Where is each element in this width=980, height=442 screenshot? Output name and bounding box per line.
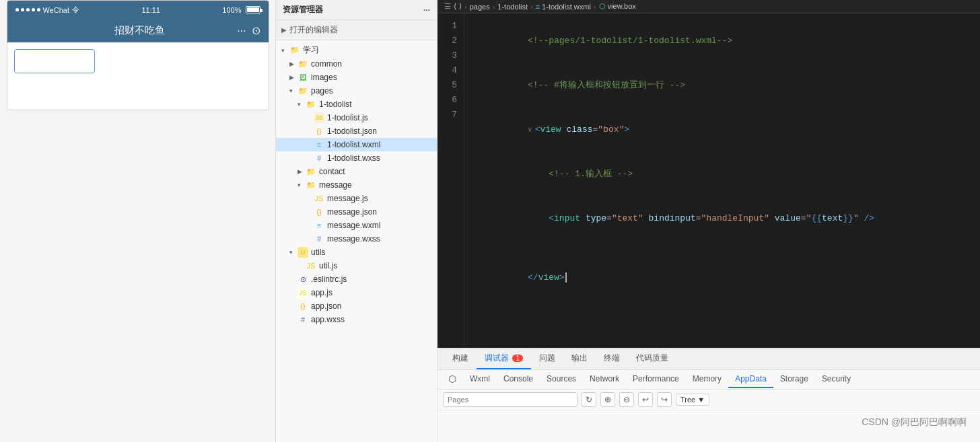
breadcrumb-viewbox[interactable]: ⬡ view.box <box>599 2 636 11</box>
time-label: 11:11 <box>141 6 160 14</box>
t5-v2: "handleInput" <box>701 213 769 223</box>
code-line-7: </view> <box>475 256 980 300</box>
common-arrow: ▶ <box>289 61 298 67</box>
util-js-label: util.js <box>319 261 337 270</box>
expand-btn[interactable]: ⊕ <box>600 392 615 407</box>
code-editor: 1 2 3 4 5 6 7 <!--pages/1-todolist/1-tod… <box>438 13 980 348</box>
tree-item-todolist-json[interactable]: {} 1-todolist.json <box>276 124 437 138</box>
tree-item-util-js[interactable]: JS util.js <box>276 259 437 272</box>
tree-item-contact[interactable]: ▶ 📁 contact <box>276 165 437 178</box>
devtools-panel: 构建 调试器 1 问题 输出 终端 代码质量 ⬡ Wxml Console So… <box>438 348 980 442</box>
tree-item-message-wxml[interactable]: ≡ message.wxml <box>276 219 437 232</box>
subtab-security[interactable]: Security <box>815 371 858 388</box>
eslint-label: .eslintrc.js <box>311 274 347 284</box>
subtab-appdata[interactable]: AppData <box>728 371 773 388</box>
tab-terminal[interactable]: 终端 <box>596 348 628 369</box>
t5-e1: = <box>606 213 612 223</box>
message-wxml-label: message.wxml <box>327 221 380 230</box>
tree-item-app-wxss[interactable]: # app.wxss <box>276 313 437 326</box>
phone-nav-icons[interactable]: ··· ⊙ <box>237 24 260 37</box>
phone-camera-icon[interactable]: ⊙ <box>252 24 260 37</box>
message-json-icon: {} <box>314 207 324 217</box>
tree-item-utils[interactable]: ▾ U utils <box>276 246 437 259</box>
line-num-7: 7 <box>438 108 464 122</box>
t5-dbl1: {{ <box>811 213 822 223</box>
breadcrumb-file[interactable]: ≡ 1-todolist.wxml <box>536 3 591 11</box>
tree-item-todolist[interactable]: ▾ 📁 1-todolist <box>276 98 437 111</box>
subtab-network[interactable]: Network <box>583 371 626 388</box>
t5-open: < <box>549 213 554 223</box>
todolist-js-label: 1-todolist.js <box>327 113 368 122</box>
file-panel-header: 资源管理器 ··· <box>276 0 437 20</box>
tree-dropdown[interactable]: Tree ▼ <box>676 394 709 406</box>
file-panel-menu-icon[interactable]: ··· <box>423 5 430 15</box>
phone-more-icon[interactable]: ··· <box>237 25 246 37</box>
learning-arrow: ▾ <box>281 47 289 54</box>
breadcrumb-pages[interactable]: pages <box>470 3 490 11</box>
redo-btn[interactable]: ↪ <box>657 392 672 407</box>
t5-a3: value <box>775 213 801 223</box>
right-area: ☰ ⟨ ⟩ › pages › 1-todolist › ≡ 1-todolis… <box>438 0 980 442</box>
tree-item-message-json[interactable]: {} message.json <box>276 205 437 219</box>
signal-dot-2 <box>21 8 24 11</box>
subtab-memory[interactable]: Memory <box>686 371 728 388</box>
tab-debugger[interactable]: 调试器 1 <box>477 348 531 369</box>
tree-item-eslint[interactable]: ⊙ .eslintrc.js <box>276 272 437 286</box>
app-wxss-icon: # <box>298 314 308 325</box>
todolist-wxss-label: 1-todolist.wxss <box>327 153 380 163</box>
tab-build[interactable]: 构建 <box>444 348 477 369</box>
collapse-btn[interactable]: ⊖ <box>619 392 634 407</box>
message-js-label: message.js <box>327 194 368 203</box>
tree-item-message-js[interactable]: JS message.js <box>276 192 437 205</box>
app-js-label: app.js <box>311 288 332 297</box>
subtab-performance[interactable]: Performance <box>626 371 686 388</box>
tree-item-images[interactable]: ▶ 🖼 images <box>276 71 437 84</box>
file-tree: ▾ 📁 学习 ▶ 📁 common ▶ 🖼 images ▾ 📁 pages <box>276 40 437 442</box>
tree-item-common[interactable]: ▶ 📁 common <box>276 57 437 71</box>
contact-folder-icon: 📁 <box>306 166 316 177</box>
images-folder-icon: 🖼 <box>298 72 308 83</box>
utils-folder-icon: U <box>298 247 308 258</box>
learning-folder-icon: 📁 <box>289 45 300 56</box>
tree-item-pages[interactable]: ▾ 📁 pages <box>276 84 437 98</box>
refresh-btn[interactable]: ↻ <box>582 392 596 407</box>
tree-item-todolist-js[interactable]: JS 1-todolist.js <box>276 111 437 124</box>
collapse-arrow-3[interactable]: ∨ <box>528 126 532 134</box>
undo-btn[interactable]: ↩ <box>638 392 653 407</box>
breadcrumb-todolist[interactable]: 1-todolist <box>497 3 528 11</box>
t5-a2: bindinput <box>649 213 696 223</box>
tree-item-message[interactable]: ▾ 📁 message <box>276 178 437 192</box>
todolist-wxml-label: 1-todolist.wxml <box>327 140 380 149</box>
tree-item-app-json[interactable]: {} app.json <box>276 299 437 313</box>
tree-item-todolist-wxml[interactable]: ≡ 1-todolist.wxml <box>276 138 437 151</box>
subtab-wxml[interactable]: Wxml <box>463 371 497 388</box>
tree-item-learning[interactable]: ▾ 📁 学习 <box>276 43 437 57</box>
t5-space2 <box>643 213 649 223</box>
devtools-toolbar: ↻ ⊕ ⊖ ↩ ↪ Tree ▼ <box>438 390 980 410</box>
open-editors-section[interactable]: ▶ 打开的编辑器 <box>281 23 431 37</box>
tab-problems[interactable]: 问题 <box>531 348 563 369</box>
phone-input-box[interactable] <box>14 49 95 73</box>
t7-slash: / <box>533 272 538 283</box>
pages-folder-icon: 📁 <box>298 85 308 96</box>
contact-arrow: ▶ <box>298 168 306 175</box>
subtab-wxml-icon[interactable]: ⬡ <box>442 370 463 389</box>
tab-output[interactable]: 输出 <box>563 348 596 369</box>
line-numbers: 1 2 3 4 5 6 7 <box>438 13 464 348</box>
devtools-sub-tabs: ⬡ Wxml Console Sources Network Performan… <box>438 370 980 390</box>
subtab-storage[interactable]: Storage <box>773 371 815 388</box>
phone-nav-bar: 招财不吃鱼 ··· ⊙ <box>7 19 269 42</box>
message-wxml-icon: ≡ <box>314 220 324 231</box>
breadcrumb-back[interactable]: ⟨ <box>454 2 456 11</box>
subtab-console[interactable]: Console <box>497 371 540 388</box>
tree-item-app-js[interactable]: JS app.js <box>276 286 437 299</box>
todolist-wxss-icon: # <box>314 153 324 163</box>
tree-item-todolist-wxss[interactable]: # 1-todolist.wxss <box>276 151 437 165</box>
code-line-2: <!-- #将输入框和按钮放置到一行 --> <box>475 63 980 108</box>
subtab-sources[interactable]: Sources <box>540 371 583 388</box>
tree-item-message-wxss[interactable]: # message.wxss <box>276 232 437 246</box>
pages-input[interactable] <box>443 392 578 407</box>
breadcrumb-forward[interactable]: ⟩ <box>459 2 462 11</box>
tab-codequality[interactable]: 代码质量 <box>628 348 676 369</box>
utils-label: utils <box>311 248 325 257</box>
